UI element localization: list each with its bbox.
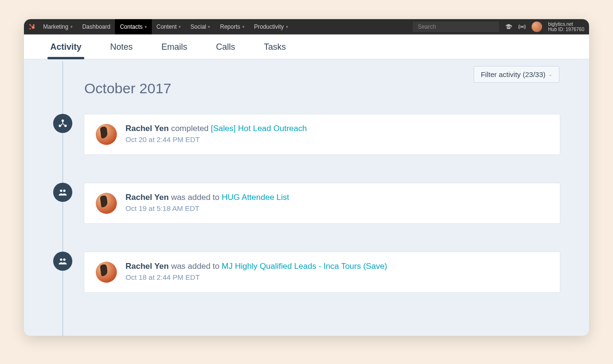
activity-link[interactable]: HUG Attendee List: [222, 193, 289, 202]
timeline-item: Rachel Yen completed [Sales] Hot Lead Ou…: [62, 114, 560, 155]
activity-verb: was added to: [171, 193, 222, 202]
nav-item-label: Social: [191, 23, 206, 30]
nav-item-reports[interactable]: Reports▾: [215, 19, 249, 34]
nav-item-label: Productivity: [254, 23, 284, 30]
broadcast-icon[interactable]: [518, 23, 526, 31]
account-domain: biglytics.net: [548, 22, 584, 27]
chevron-down-icon: ⌄: [548, 72, 552, 77]
card-text: Rachel Yen completed [Sales] Hot Lead Ou…: [125, 124, 307, 143]
tabs-row: ActivityNotesEmailsCallsTasks: [24, 34, 589, 59]
svg-point-1: [30, 28, 31, 30]
nav-item-label: Contacts: [120, 23, 142, 30]
tab-notes[interactable]: Notes: [110, 42, 133, 59]
activity-card[interactable]: Rachel Yen completed [Sales] Hot Lead Ou…: [84, 114, 560, 155]
filter-activity-button[interactable]: Filter activity (23/33) ⌄: [474, 66, 559, 83]
actor-avatar: [96, 124, 117, 145]
svg-rect-4: [30, 24, 33, 27]
svg-point-0: [33, 24, 35, 26]
nav-left: Marketing ▾ DashboardContacts▾Content▾So…: [29, 19, 293, 34]
search-input[interactable]: [413, 22, 499, 32]
svg-point-12: [63, 258, 66, 261]
caret-down-icon: ▾: [286, 24, 288, 29]
card-text: Rachel Yen was added to HUG Attendee Lis…: [125, 193, 289, 212]
nav-item-label: Dashboard: [82, 23, 111, 30]
activity-timestamp: Oct 19 at 5:18 AM EDT: [125, 204, 289, 212]
nav-item-label: Reports: [220, 23, 240, 30]
actor-name: Rachel Yen: [125, 124, 171, 133]
tab-tasks[interactable]: Tasks: [264, 42, 286, 59]
activity-link[interactable]: [Sales] Hot Lead Outreach: [211, 124, 306, 133]
group-icon: [53, 183, 72, 202]
activity-card[interactable]: Rachel Yen was added to HUG Attendee Lis…: [84, 183, 560, 224]
timeline-item: Rachel Yen was added to HUG Attendee Lis…: [62, 183, 560, 224]
nav-item-content[interactable]: Content▾: [152, 19, 186, 34]
filter-label: Filter activity (23/33): [481, 70, 545, 78]
svg-rect-3: [32, 26, 34, 29]
caret-down-icon: ▾: [145, 24, 147, 29]
actor-name: Rachel Yen: [125, 262, 171, 271]
account-info[interactable]: biglytics.net Hub ID: 1976760: [548, 22, 584, 32]
svg-point-11: [60, 258, 62, 261]
timeline-item: Rachel Yen was added to MJ Highly Qualif…: [62, 252, 560, 293]
svg-point-7: [59, 125, 61, 127]
caret-down-icon: ▾: [208, 24, 210, 29]
group-icon: [53, 252, 72, 271]
activity-timestamp: Oct 18 at 2:44 PM EDT: [125, 273, 387, 281]
activity-timestamp: Oct 20 at 2:44 PM EDT: [125, 135, 307, 143]
academy-icon[interactable]: [505, 23, 512, 31]
card-text: Rachel Yen was added to MJ Highly Qualif…: [125, 262, 387, 281]
tab-activity[interactable]: Activity: [50, 42, 81, 59]
nav-item-dashboard[interactable]: Dashboard: [78, 19, 115, 34]
actor-avatar: [96, 193, 117, 214]
nav-right: biglytics.net Hub ID: 1976760: [505, 22, 584, 32]
actor-name: Rachel Yen: [125, 193, 171, 202]
app-window: Marketing ▾ DashboardContacts▾Content▾So…: [24, 19, 589, 336]
workflow-icon: [53, 114, 72, 133]
content-area: Filter activity (23/33) ⌄ October 2017 R…: [24, 59, 589, 336]
caret-down-icon: ▾: [179, 24, 181, 29]
caret-down-icon: ▾: [242, 24, 245, 29]
svg-point-5: [522, 26, 523, 28]
nav-item-productivity[interactable]: Productivity▾: [250, 19, 293, 34]
timeline: Rachel Yen completed [Sales] Hot Lead Ou…: [62, 114, 560, 293]
account-hubid: Hub ID: 1976760: [548, 27, 584, 32]
activity-verb: completed: [171, 124, 211, 133]
tab-emails[interactable]: Emails: [161, 42, 187, 59]
nav-item-social[interactable]: Social▾: [186, 19, 216, 34]
actor-avatar: [96, 262, 117, 283]
top-navbar: Marketing ▾ DashboardContacts▾Content▾So…: [24, 19, 589, 34]
activity-card[interactable]: Rachel Yen was added to MJ Highly Qualif…: [84, 252, 560, 293]
caret-down-icon: ▾: [70, 24, 73, 29]
nav-brand-label: Marketing: [43, 23, 68, 30]
hubspot-logo-icon: [29, 23, 35, 30]
user-avatar-icon[interactable]: [532, 22, 542, 32]
nav-brand[interactable]: Marketing ▾: [38, 19, 78, 34]
tab-calls[interactable]: Calls: [216, 42, 235, 59]
activity-verb: was added to: [171, 262, 222, 271]
activity-link[interactable]: MJ Highly Qualified Leads - Inca Tours (…: [222, 262, 387, 271]
nav-item-contacts[interactable]: Contacts▾: [115, 19, 151, 34]
svg-point-10: [63, 189, 66, 192]
svg-point-9: [60, 189, 62, 192]
timeline-heading: October 2017: [84, 80, 560, 97]
nav-item-label: Content: [157, 23, 177, 30]
